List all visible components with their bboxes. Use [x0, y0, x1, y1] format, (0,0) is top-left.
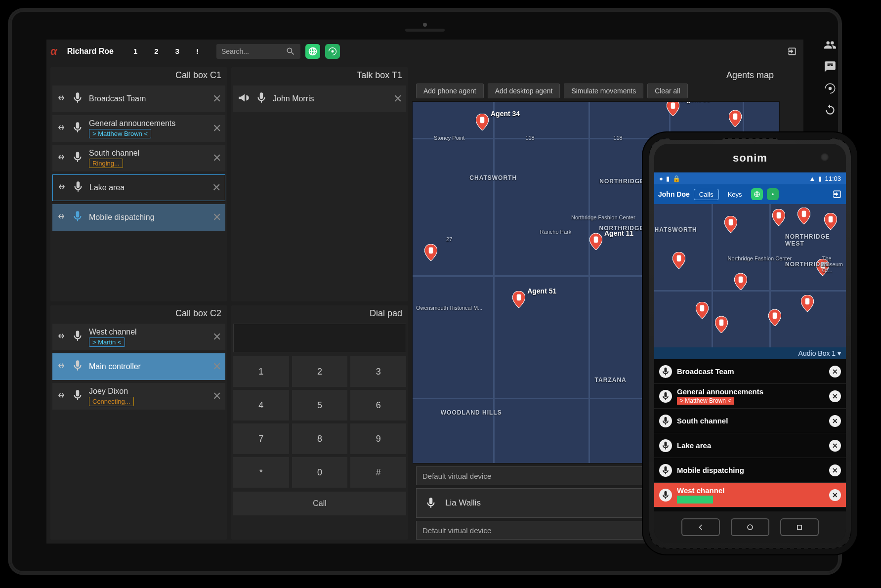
dial-key-0[interactable]: 0 — [292, 457, 348, 488]
phone-channel-row[interactable]: Broadcast Team✕ — [654, 359, 846, 384]
tablet-speaker — [405, 29, 445, 32]
workspace-tab-1[interactable]: 1 — [129, 43, 141, 59]
svg-rect-22 — [805, 298, 810, 304]
agent-pin[interactable]: Agent 51 — [512, 291, 525, 308]
phone-agent-pin[interactable] — [768, 309, 781, 326]
phone-tab-keys[interactable]: Keys — [723, 189, 747, 200]
close-icon[interactable]: ✕ — [212, 181, 221, 194]
dial-key-7[interactable]: 7 — [233, 423, 289, 454]
phone-agent-pin[interactable] — [772, 209, 785, 226]
dialpad-title: Dial pad — [231, 305, 408, 322]
close-icon[interactable]: ✕ — [212, 92, 221, 105]
workspace-tab-alert[interactable]: ! — [192, 43, 203, 59]
agent-pin[interactable]: Agent 35 — [667, 101, 679, 116]
workspace-tab-3[interactable]: 3 — [171, 43, 183, 59]
mic-icon — [659, 489, 672, 502]
phone-agent-pin[interactable] — [715, 316, 728, 333]
callbox-c2-row[interactable]: Joey DixonConnecting...✕ — [52, 383, 225, 410]
phone-agent-pin[interactable] — [724, 216, 737, 233]
callbox-c1-row[interactable]: Lake area✕ — [52, 174, 225, 201]
dial-key-#[interactable]: # — [350, 457, 406, 488]
orbit-rail-icon[interactable] — [824, 82, 837, 95]
callbox-c1-row[interactable]: General announcements> Matthew Brown <✕ — [52, 115, 225, 142]
phone-agent-pin[interactable] — [734, 273, 747, 290]
close-icon[interactable]: ✕ — [393, 92, 402, 105]
dial-display[interactable] — [233, 324, 406, 352]
svg-rect-2 — [480, 117, 485, 124]
dial-key-2[interactable]: 2 — [292, 356, 348, 387]
close-icon[interactable]: ✕ — [829, 366, 841, 378]
dial-key-5[interactable]: 5 — [292, 390, 348, 420]
close-icon[interactable]: ✕ — [212, 211, 221, 224]
dial-key-*[interactable]: * — [233, 457, 289, 488]
phone-agent-pin[interactable] — [797, 208, 810, 224]
agent-pin[interactable] — [729, 110, 742, 127]
dial-key-6[interactable]: 6 — [350, 390, 406, 420]
status-bar: ● ▮ 🔒 ▲ ▮ 11:03 — [654, 172, 846, 184]
phone-nav-back[interactable] — [681, 518, 720, 536]
map-button[interactable]: Add phone agent — [416, 84, 484, 98]
map-area-label: 118 — [613, 135, 622, 141]
dial-key-4[interactable]: 4 — [233, 390, 289, 420]
phone-app-bar: John Doe Calls Keys — [654, 184, 846, 204]
callbox-c1-row[interactable]: Mobile dispatching✕ — [52, 204, 225, 231]
dial-key-1[interactable]: 1 — [233, 356, 289, 387]
callbox-c2-row[interactable]: West channel> Martin <✕ — [52, 324, 225, 350]
close-icon[interactable]: ✕ — [212, 122, 221, 135]
close-icon[interactable]: ✕ — [212, 331, 221, 343]
close-icon[interactable]: ✕ — [829, 489, 841, 501]
globe-button[interactable] — [305, 44, 320, 59]
agent-pin[interactable]: Agent 34 — [476, 114, 489, 130]
close-icon[interactable]: ✕ — [212, 390, 221, 403]
close-icon[interactable]: ✕ — [829, 440, 841, 452]
phone-channel-row[interactable]: General announcements> Matthew Brown <✕ — [654, 384, 846, 409]
close-icon[interactable]: ✕ — [212, 360, 221, 373]
phone-channel-row[interactable]: Lake area✕ — [654, 433, 846, 458]
close-icon[interactable]: ✕ — [829, 464, 841, 476]
sync-icon[interactable] — [824, 104, 837, 117]
phone-agent-pin[interactable] — [824, 213, 837, 230]
phone-nav-home[interactable] — [731, 518, 769, 536]
phone-map[interactable]: CHATSWORTHNORTHRIDGE WESTNORTHRIDGENorth… — [654, 204, 846, 347]
current-user[interactable]: Richard Roe — [62, 46, 119, 57]
chat-icon[interactable] — [824, 60, 837, 73]
dial-key-3[interactable]: 3 — [350, 356, 406, 387]
callbox-c1-row[interactable]: South channelRinging...✕ — [52, 145, 225, 171]
phone-agent-pin[interactable] — [801, 295, 814, 312]
phone-globe-button[interactable] — [751, 188, 763, 200]
phone-channel-row[interactable]: South channel✕ — [654, 409, 846, 433]
agent-pin[interactable] — [424, 244, 437, 261]
phone-tab-calls[interactable]: Calls — [694, 189, 719, 200]
close-icon[interactable]: ✕ — [829, 415, 841, 427]
workspace-tab-2[interactable]: 2 — [150, 43, 162, 59]
map-area-label: 27 — [446, 236, 452, 242]
close-icon[interactable]: ✕ — [212, 152, 221, 165]
search-input[interactable]: Search... — [216, 44, 300, 59]
map-button[interactable]: Simulate movements — [564, 84, 643, 98]
talkbox-t1-row[interactable]: John Morris✕ — [233, 85, 406, 112]
orbit-button[interactable] — [325, 44, 340, 59]
dial-call-button[interactable]: Call — [233, 492, 406, 515]
phone-agent-pin[interactable] — [696, 302, 709, 319]
phone-exit-icon[interactable] — [832, 189, 842, 199]
agent-pin[interactable]: Agent 11 — [589, 233, 602, 250]
alarm-icon: ● — [659, 175, 663, 182]
map-button[interactable]: Clear all — [647, 84, 687, 98]
svg-point-1 — [829, 87, 832, 90]
map-button[interactable]: Add desktop agent — [488, 84, 560, 98]
exit-button[interactable] — [785, 44, 799, 59]
mic-icon — [71, 210, 84, 225]
dial-key-8[interactable]: 8 — [292, 423, 348, 454]
dial-key-9[interactable]: 9 — [350, 423, 406, 454]
callbox-c1-row[interactable]: Broadcast Team✕ — [52, 85, 225, 112]
phone-channel-row[interactable]: Mobile dispatching✕ — [654, 458, 846, 483]
phone-audio-box-header[interactable]: Audio Box 1 ▾ — [654, 347, 846, 359]
phone-channel-row[interactable]: West channel> Agent 8 <✕ — [654, 483, 846, 507]
mic-icon — [71, 91, 84, 106]
phone-orbit-button[interactable] — [767, 188, 779, 200]
contacts-icon[interactable] — [824, 39, 837, 51]
callbox-c2-row[interactable]: Main controller✕ — [52, 353, 225, 380]
close-icon[interactable]: ✕ — [829, 390, 841, 402]
phone-agent-pin[interactable] — [672, 252, 685, 269]
phone-nav-recent[interactable] — [780, 518, 819, 536]
